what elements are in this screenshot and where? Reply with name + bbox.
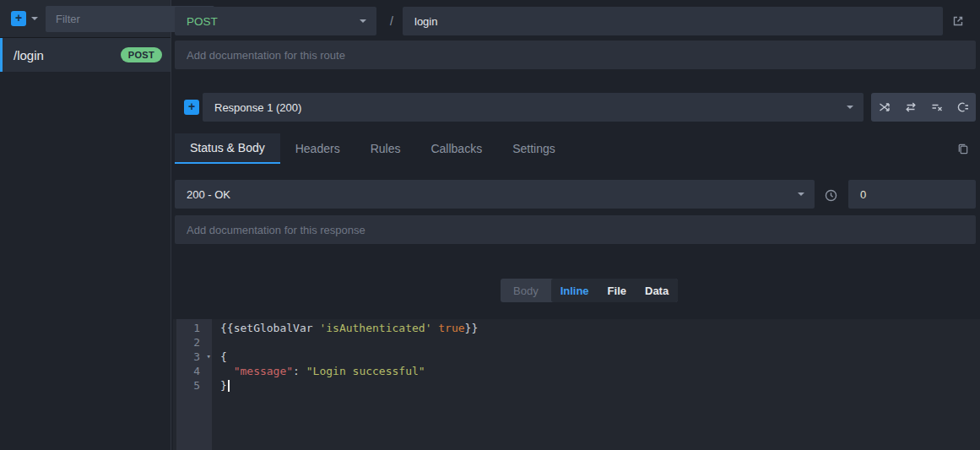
response-select-value: Response 1 (200)	[214, 101, 847, 114]
chevron-down-icon[interactable]	[31, 17, 38, 20]
routes-sidebar: + /login POST	[0, 0, 171, 450]
route-documentation-input[interactable]	[175, 41, 976, 69]
editor-gutter: 123▾45	[176, 319, 212, 450]
gutter-line: 4	[176, 364, 212, 378]
method-select[interactable]: POST	[175, 7, 376, 35]
response-documentation-input[interactable]	[175, 215, 976, 244]
body-type-options: Inline File Data	[551, 279, 679, 302]
chevron-down-icon	[360, 19, 366, 23]
fold-chevron-icon[interactable]: ▾	[207, 350, 211, 364]
copy-icon	[956, 143, 969, 155]
fallback-mode-button[interactable]	[953, 97, 973, 117]
path-separator: /	[382, 7, 401, 35]
code-editor[interactable]: 123▾45 {{setGlobalVar 'isAuthenticated' …	[173, 319, 980, 450]
clock-icon	[824, 188, 838, 203]
route-list-item[interactable]: /login POST	[0, 38, 171, 72]
add-response-button[interactable]: +	[184, 100, 199, 115]
code-line[interactable]: }	[220, 378, 980, 393]
tab-callbacks[interactable]: Callbacks	[415, 133, 497, 164]
body-type-toggle: Body Inline File Data	[501, 279, 678, 302]
response-select[interactable]: Response 1 (200)	[203, 93, 864, 122]
status-code-select[interactable]: 200 - OK	[175, 180, 815, 209]
add-route-button[interactable]: +	[11, 11, 26, 26]
route-path-input[interactable]	[403, 7, 943, 35]
code-line[interactable]: {{setGlobalVar 'isAuthenticated' true}}	[220, 321, 980, 335]
chevron-down-icon	[847, 106, 853, 109]
body-type-data[interactable]: Data	[636, 279, 678, 302]
plus-icon: +	[188, 100, 195, 113]
latency-input[interactable]	[848, 180, 976, 209]
list-x-icon	[930, 100, 944, 114]
method-select-value: POST	[187, 15, 360, 28]
fallback-icon	[956, 100, 970, 114]
gutter-line: 5	[176, 378, 212, 393]
external-link-icon	[951, 14, 965, 28]
chevron-down-icon	[798, 192, 804, 196]
tab-headers[interactable]: Headers	[280, 133, 355, 164]
body-type-inline[interactable]: Inline	[551, 279, 598, 302]
disable-rules-button[interactable]	[927, 97, 947, 117]
repeat-icon	[904, 100, 918, 114]
method-badge: POST	[121, 47, 162, 62]
code-line[interactable]	[220, 335, 980, 350]
random-response-button[interactable]	[874, 97, 895, 117]
plus-icon: +	[15, 11, 22, 24]
status-code-value: 200 - OK	[187, 188, 798, 201]
response-tabs: Status & Body Headers Rules Callbacks Se…	[175, 133, 571, 164]
shuffle-icon	[878, 100, 891, 114]
open-route-external-button[interactable]	[948, 11, 968, 31]
code-line[interactable]: {	[220, 350, 980, 364]
gutter-line: 2	[176, 335, 212, 350]
code-line[interactable]: "message": "Login successful"	[220, 364, 980, 378]
response-mode-toolbar	[871, 93, 976, 122]
tab-status-body[interactable]: Status & Body	[175, 133, 280, 164]
sequential-response-button[interactable]	[901, 97, 921, 117]
copy-response-button[interactable]	[952, 138, 972, 159]
body-type-file[interactable]: File	[598, 279, 636, 302]
editor-code[interactable]: {{setGlobalVar 'isAuthenticated' true}}{…	[212, 319, 980, 450]
body-toggle-label: Body	[501, 279, 551, 302]
route-detail-panel: POST / + Response 1 (200)	[172, 0, 980, 450]
tab-rules[interactable]: Rules	[355, 133, 416, 164]
tab-settings[interactable]: Settings	[497, 133, 571, 164]
sidebar-header: +	[0, 0, 171, 38]
text-cursor	[228, 380, 230, 392]
gutter-line: 3▾	[176, 350, 212, 364]
route-path-label: /login	[14, 48, 44, 62]
gutter-line: 1	[176, 321, 212, 335]
latency-indicator	[822, 187, 839, 203]
